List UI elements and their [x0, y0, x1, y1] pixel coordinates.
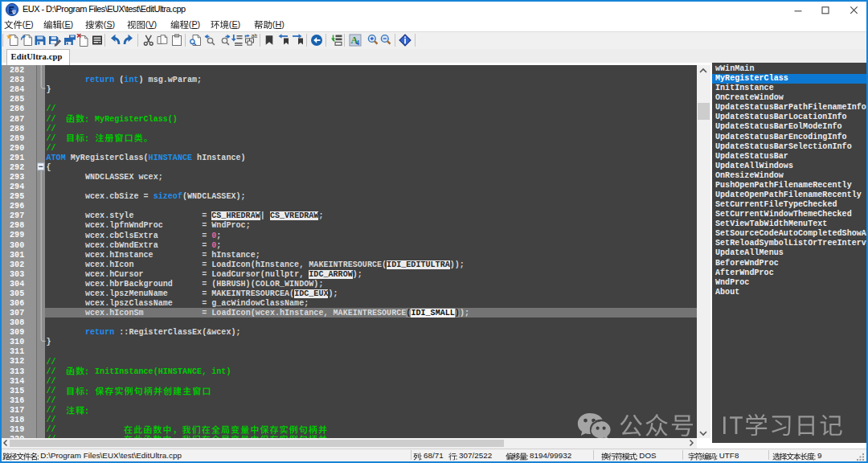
svg-text:ab: ab	[252, 34, 258, 39]
svg-text:4: 4	[356, 39, 359, 47]
